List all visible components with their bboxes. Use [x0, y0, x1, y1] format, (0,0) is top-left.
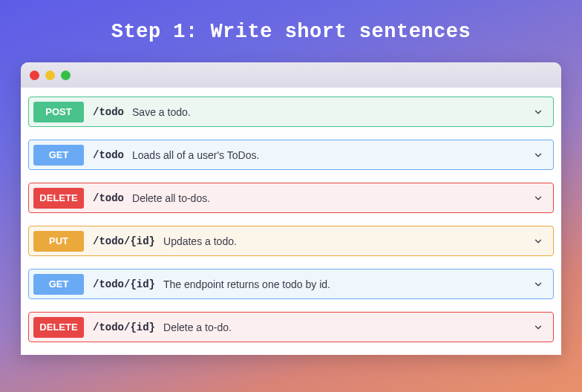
endpoint-path: /todo: [93, 149, 124, 161]
endpoint-description: Updates a todo.: [163, 235, 532, 247]
endpoint-path: /todo/{id}: [93, 235, 155, 247]
api-window: POST/todoSave a todo.GET/todoLoads all o…: [21, 62, 561, 355]
method-badge: PUT: [33, 231, 84, 252]
endpoint-description: Save a todo.: [132, 106, 532, 118]
maximize-icon[interactable]: [61, 71, 71, 80]
endpoint-path: /todo/{id}: [93, 278, 155, 290]
close-icon[interactable]: [30, 71, 39, 80]
endpoint-description: Delete all to-dos.: [132, 192, 532, 204]
chevron-down-icon[interactable]: [532, 321, 544, 333]
endpoint-path: /todo: [93, 106, 124, 118]
chevron-down-icon[interactable]: [532, 149, 544, 161]
chevron-down-icon[interactable]: [532, 235, 544, 247]
endpoint-description: Loads all of a user's ToDos.: [132, 149, 532, 161]
minimize-icon[interactable]: [45, 71, 55, 80]
method-badge: DELETE: [33, 317, 84, 338]
endpoint-description: Delete a to-do.: [163, 321, 532, 333]
method-badge: DELETE: [33, 188, 84, 209]
endpoint-row[interactable]: PUT/todo/{id}Updates a todo.: [28, 226, 554, 256]
endpoint-row[interactable]: GET/todo/{id}The endpoint returns one to…: [28, 269, 554, 299]
chevron-down-icon[interactable]: [532, 106, 544, 118]
endpoint-list: POST/todoSave a todo.GET/todoLoads all o…: [21, 88, 561, 342]
method-badge: GET: [33, 274, 84, 295]
chevron-down-icon[interactable]: [532, 278, 544, 290]
method-badge: GET: [33, 145, 84, 166]
page-title: Step 1: Write short sentences: [21, 21, 561, 43]
endpoint-row[interactable]: DELETE/todoDelete all to-dos.: [28, 183, 554, 213]
endpoint-row[interactable]: GET/todoLoads all of a user's ToDos.: [28, 140, 554, 170]
window-titlebar: [21, 62, 561, 88]
method-badge: POST: [33, 102, 84, 122]
endpoint-row[interactable]: POST/todoSave a todo.: [28, 97, 554, 127]
endpoint-description: The endpoint returns one todo by id.: [163, 278, 532, 290]
chevron-down-icon[interactable]: [532, 192, 544, 204]
endpoint-path: /todo/{id}: [93, 321, 155, 333]
endpoint-path: /todo: [93, 192, 124, 204]
endpoint-row[interactable]: DELETE/todo/{id}Delete a to-do.: [28, 312, 554, 342]
